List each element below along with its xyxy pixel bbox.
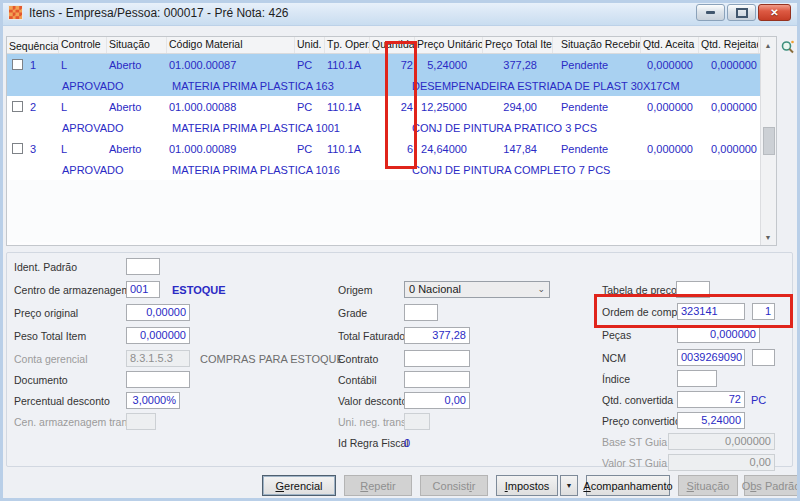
field-label: Origem — [338, 284, 372, 296]
cell-tp-oper: 110.1A — [325, 101, 370, 113]
cell-descricao-material: MATERIA PRIMA PLASTICA 1016 — [170, 164, 410, 176]
gerencial-button[interactable]: Gerencial — [262, 475, 336, 496]
col-header-controle[interactable]: Controle — [59, 37, 107, 53]
ncm-ex-input[interactable] — [752, 349, 775, 366]
percentual-desconto-input[interactable]: 3,0000% — [126, 392, 180, 409]
grid-scrollbar[interactable]: ▲ ▼ — [760, 37, 776, 245]
field-label: Conta gerencial — [14, 353, 88, 365]
col-header-preco-total-item[interactable]: Preço Total Item — [483, 37, 553, 53]
grade-input[interactable] — [404, 304, 438, 321]
col-header-sequencia[interactable]: Sequência — [7, 37, 59, 53]
col-header-qtd-aceita[interactable]: Qtd. Aceita — [641, 37, 699, 53]
tabela-preco-input[interactable] — [676, 281, 710, 298]
scrollbar-thumb[interactable] — [763, 127, 775, 155]
cell-preco-unitario: 24,64000 — [415, 143, 483, 155]
indice-input[interactable] — [677, 370, 717, 387]
scroll-down-icon[interactable]: ▼ — [761, 230, 775, 244]
maximize-button[interactable] — [727, 4, 756, 21]
cell-preco-total-item: 147,84 — [483, 143, 553, 155]
col-header-codigo-material[interactable]: Código Material — [167, 37, 295, 53]
table-row-description[interactable]: APROVADO MATERIA PRIMA PLASTICA 1016 CON… — [7, 159, 762, 180]
ordem-compra-input[interactable]: 323141 — [677, 303, 745, 320]
minimize-button[interactable] — [696, 4, 725, 21]
cell-controle: L — [59, 59, 107, 71]
qtd-convertida-input[interactable]: 72 — [677, 391, 745, 408]
situacao-button[interactable]: Situação — [678, 475, 738, 496]
cell-preco-unitario: 5,24000 — [415, 59, 483, 71]
contrato-input[interactable] — [404, 350, 470, 367]
cell-aprovacao: APROVADO — [60, 164, 170, 176]
field-label: Centro de armazenagem — [14, 284, 130, 296]
contabil-input[interactable] — [404, 371, 470, 388]
col-header-situacao[interactable]: Situação — [107, 37, 167, 53]
zoom-button[interactable] — [780, 39, 796, 55]
close-button[interactable]: ✕ — [758, 4, 791, 21]
grid-header-row: Sequência Controle Situação Código Mater… — [7, 37, 762, 54]
field-label: Percentual desconto — [14, 395, 110, 407]
row-checkbox[interactable] — [12, 59, 23, 70]
table-row-description[interactable]: APROVADO MATERIA PRIMA PLASTICA 1001 CON… — [7, 117, 762, 138]
close-icon: ✕ — [770, 7, 778, 18]
dropdown-arrow-icon: ▼ — [566, 482, 573, 489]
col-header-qtd-rejeitada[interactable]: Qtd. Rejeitada — [699, 37, 759, 53]
peso-total-item-input[interactable]: 0,000000 — [126, 327, 190, 344]
row-checkbox[interactable] — [12, 101, 23, 112]
base-st-guia-avulsa-input: 0,000000 — [668, 433, 775, 450]
documento-input[interactable] — [126, 371, 190, 388]
total-faturado-input[interactable]: 377,28 — [404, 327, 470, 344]
impostos-button[interactable]: Impostos — [496, 475, 558, 496]
cell-quantidade: 72 — [370, 59, 415, 71]
ordem-compra-parcela-input[interactable]: 1 — [752, 303, 775, 320]
centro-armazenagem-input[interactable]: 001 — [126, 281, 160, 298]
cell-situacao: Aberto — [107, 143, 167, 155]
preco-original-input[interactable]: 0,00000 — [126, 304, 190, 321]
impostos-dropdown-button[interactable]: ▼ — [560, 475, 578, 496]
obs-padrao-button[interactable]: Obs Padrão — [744, 475, 798, 496]
table-row[interactable]: 1 L Aberto 01.000.00087 PC 110.1A 72 5,2… — [7, 54, 762, 75]
table-row-description[interactable]: APROVADO MATERIA PRIMA PLASTICA 163 DESE… — [7, 75, 762, 96]
grid-empty-area — [7, 180, 762, 242]
scroll-up-icon[interactable]: ▲ — [761, 38, 775, 52]
cell-tp-oper: 110.1A — [325, 59, 370, 71]
cell-aprovacao: APROVADO — [60, 122, 170, 134]
col-header-unid[interactable]: Unid. — [295, 37, 325, 53]
title-bar[interactable]: Itens - Empresa/Pessoa: 000017 - Pré Not… — [0, 0, 800, 26]
cell-unid: PC — [295, 143, 325, 155]
pecas-input[interactable]: 0,000000 — [677, 326, 760, 343]
col-header-quantidade[interactable]: Quantidade — [370, 37, 415, 53]
cell-unid: PC — [295, 101, 325, 113]
field-label: Id Regra Fiscal — [338, 437, 409, 449]
app-icon — [8, 5, 23, 20]
field-label: Índice — [602, 373, 630, 385]
field-label: Ordem de compra — [602, 306, 687, 318]
ident-padrao-input[interactable] — [126, 258, 160, 275]
consistir-button[interactable]: Consistir — [420, 475, 488, 496]
cell-sequencia: 3 — [30, 143, 36, 155]
ncm-input[interactable]: 0039269090 — [677, 349, 745, 366]
maximize-icon — [736, 8, 748, 18]
field-label: Cen. armazenagem transf — [14, 416, 135, 428]
cell-qtd-rejeitada: 0,000000 — [699, 101, 759, 113]
repetir-button[interactable]: Repetir — [344, 475, 412, 496]
cell-situacao: Aberto — [107, 101, 167, 113]
acompanhamento-button[interactable]: Acompanhamento — [586, 475, 670, 496]
field-label: NCM — [602, 352, 626, 364]
centro-armazenagem-descricao: ESTOQUE — [172, 284, 226, 296]
cell-codigo-material: 01.000.00087 — [167, 59, 295, 71]
table-row[interactable]: 3 L Aberto 01.000.00089 PC 110.1A 6 24,6… — [7, 138, 762, 159]
field-label: Ident. Padrão — [14, 261, 77, 273]
col-header-tp-oper[interactable]: Tp. Oper. — [325, 37, 370, 53]
preco-convertido-input[interactable]: 5,24000 — [677, 412, 745, 429]
col-header-situacao-recebimen[interactable]: Situação Recebimen. — [553, 37, 641, 53]
field-label: Contábil — [338, 374, 377, 386]
field-label: Peso Total Item — [14, 330, 86, 342]
qtd-convertida-unidade: PC — [751, 394, 766, 406]
row-checkbox[interactable] — [12, 143, 23, 154]
col-header-preco-unitario[interactable]: Preço Unitário — [415, 37, 483, 53]
cell-aprovacao: APROVADO — [60, 80, 170, 92]
origem-select[interactable]: 0 Nacional ⌄ — [404, 281, 550, 298]
cell-sequencia: 1 — [30, 59, 36, 71]
table-row[interactable]: 2 L Aberto 01.000.00088 PC 110.1A 24 12,… — [7, 96, 762, 117]
valor-desconto-input[interactable]: 0,00 — [404, 392, 470, 409]
cell-preco-total-item: 377,28 — [483, 59, 553, 71]
